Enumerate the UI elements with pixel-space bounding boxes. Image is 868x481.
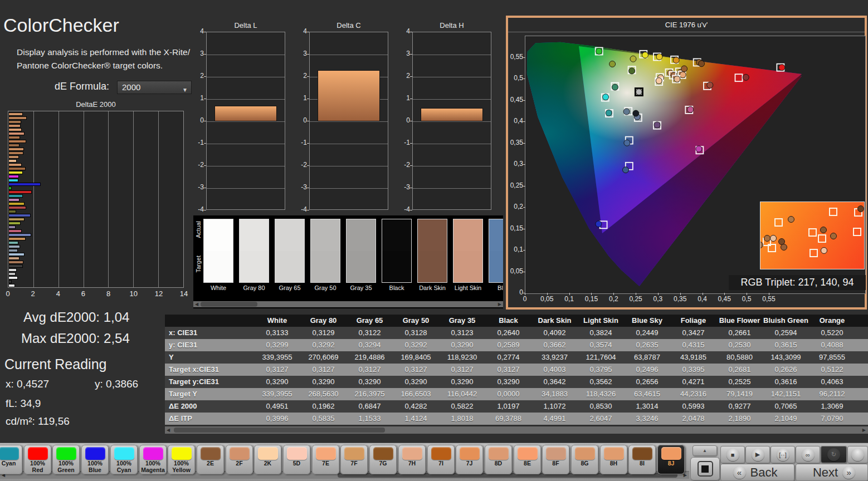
deltae-bar <box>8 202 25 205</box>
column-header: Gray 80 <box>300 315 347 327</box>
cie-zoom-inset <box>760 202 865 269</box>
cie-measured-point <box>606 110 612 116</box>
delta-l-chart: Delta L43210-1-2-3-4 <box>189 21 285 215</box>
next-arrow-icon: » <box>842 466 855 479</box>
column-header: Orange <box>809 315 855 327</box>
table-row: ΔE ITP0,39960,58351,15331,41241,801869,3… <box>165 413 868 425</box>
swatch-gray-50: Gray 50 <box>310 219 340 291</box>
patch-button-100-blue[interactable]: 100% Blue <box>81 445 109 474</box>
cie-measured-point <box>656 54 662 60</box>
patch-button-8d[interactable]: 8D <box>485 445 512 474</box>
deltae-bar <box>8 163 22 166</box>
play-button[interactable]: ▶ <box>745 446 770 463</box>
range-button[interactable]: [··] <box>771 446 795 463</box>
cie-measured-point <box>623 167 629 173</box>
patch-button-8g[interactable]: 8G <box>571 445 598 474</box>
patch-button-7h[interactable]: 7H <box>398 445 426 474</box>
avg-de2000: Avg dE2000: 1,04 <box>23 310 129 325</box>
cie-panel: CIE 1976 u'v' <box>506 16 867 310</box>
column-header: Purpl <box>855 315 868 327</box>
patch-button-2f[interactable]: 2F <box>226 445 253 474</box>
deltae-bar <box>8 272 16 276</box>
delta-c-chart: Delta C43210-1-2-3-4 <box>292 21 388 215</box>
scroll-left-icon[interactable]: ◀ <box>167 426 170 434</box>
current-fl: fL: 34,9 <box>6 397 41 410</box>
swatch-scroll-thumb[interactable] <box>201 302 257 307</box>
patch-button-5d[interactable]: 5D <box>283 445 310 474</box>
patch-button-100-magenta[interactable]: 100% Magenta <box>139 445 167 474</box>
stop-button[interactable]: ■ <box>720 446 745 463</box>
table-scroll-thumb[interactable] <box>174 428 385 433</box>
deltae-bar <box>8 264 23 268</box>
cie-measured-point <box>624 140 630 146</box>
swatch-scrollbar[interactable]: ◀ ▶ <box>193 301 503 307</box>
cie-measured-point <box>673 57 679 63</box>
deltae-bar <box>8 214 31 217</box>
column-header: Bluish Green <box>763 315 809 327</box>
column-header: Dark Skin <box>531 315 578 327</box>
patch-button-2k[interactable]: 2K <box>254 445 281 474</box>
de-formula-label: dE Formula: <box>55 81 109 92</box>
de-formula-dropdown[interactable]: 2000 ▼ <box>117 81 192 94</box>
patch-button-7j[interactable]: 7J <box>456 445 483 474</box>
scroll-up-button[interactable]: ▲ <box>693 445 717 456</box>
cie-measured-point <box>603 94 609 100</box>
sync-button[interactable]: ↻ <box>821 446 847 463</box>
current-y: y: 0,3866 <box>95 378 138 390</box>
swatch-strip: Actual Target WhiteGray 80Gray 65Gray 50… <box>193 215 503 308</box>
cie-measured-point <box>707 82 713 88</box>
cie-measured-point <box>596 221 602 227</box>
deltae-bar <box>8 280 12 283</box>
stop-pattern-button[interactable] <box>690 457 720 480</box>
back-button[interactable]: « Back <box>720 464 794 481</box>
deltae-chart-title: DeltaE 2000 <box>8 100 184 109</box>
cie-measured-point <box>633 110 639 116</box>
swatch-black: Black <box>382 219 412 291</box>
swatch-light-skin: Light Skin <box>453 219 483 291</box>
patch-button-100-cyan[interactable]: 100% Cyan <box>110 445 138 474</box>
deltae-bar <box>8 124 21 127</box>
patch-button-100-red[interactable]: 100% Red <box>24 445 51 474</box>
table-scrollbar[interactable]: ◀ ▶ <box>165 426 868 434</box>
next-button[interactable]: Next » <box>796 464 868 481</box>
patch-button-7f[interactable]: 7F <box>340 445 368 474</box>
table-row: Target y:CIE310,32900,32900,32900,32900,… <box>165 376 868 388</box>
cie-measured-point <box>681 66 687 72</box>
patch-button-8j[interactable]: 8J <box>657 445 685 474</box>
infinity-button[interactable]: ∞ <box>796 446 820 463</box>
column-header: Blue Flower <box>716 315 763 327</box>
patch-button-100-yellow[interactable]: 100% Yellow <box>168 445 195 474</box>
swatch-blue: Blue <box>489 219 503 291</box>
deltae-bar <box>8 253 25 256</box>
scroll-left-icon[interactable]: ◀ <box>195 301 198 307</box>
back-arrow-icon: « <box>733 466 746 479</box>
patch-button-8h[interactable]: 8H <box>600 445 627 474</box>
scroll-right-icon[interactable]: ▶ <box>498 301 501 307</box>
blank-button[interactable] <box>847 446 868 463</box>
deltae-bar <box>8 136 20 139</box>
table-row: Y339,3955270,6069219,4886169,8405118,923… <box>165 351 868 364</box>
deltae-bar <box>8 241 18 244</box>
patch-button-7i[interactable]: 7I <box>427 445 455 474</box>
actual-label: Actual <box>195 221 202 238</box>
patch-button-7e[interactable]: 7E <box>312 445 339 474</box>
deltae-bar <box>8 218 25 221</box>
current-reading-title: Current Reading <box>4 356 106 372</box>
deltae-bar <box>8 249 18 252</box>
patch-button-8i[interactable]: 8I <box>628 445 656 474</box>
patch-button-2e[interactable]: 2E <box>197 445 224 474</box>
patch-button-cyan[interactable]: Cyan <box>0 445 22 474</box>
chevron-down-icon: ▼ <box>182 84 188 96</box>
cie-measured-point <box>629 68 635 74</box>
cie-measured-point <box>642 52 648 58</box>
cie-measured-point <box>699 61 705 67</box>
cie-measured-point <box>636 89 642 95</box>
patch-button-8f[interactable]: 8F <box>542 445 569 474</box>
column-header: Gray 65 <box>347 315 393 327</box>
deltae-bar <box>8 151 23 155</box>
scroll-right-icon[interactable]: ▶ <box>862 426 866 434</box>
target-label: Target <box>195 256 202 273</box>
patch-button-100-green[interactable]: 100% Green <box>52 445 80 474</box>
patch-button-8e[interactable]: 8E <box>514 445 541 474</box>
patch-button-7g[interactable]: 7G <box>369 445 397 474</box>
